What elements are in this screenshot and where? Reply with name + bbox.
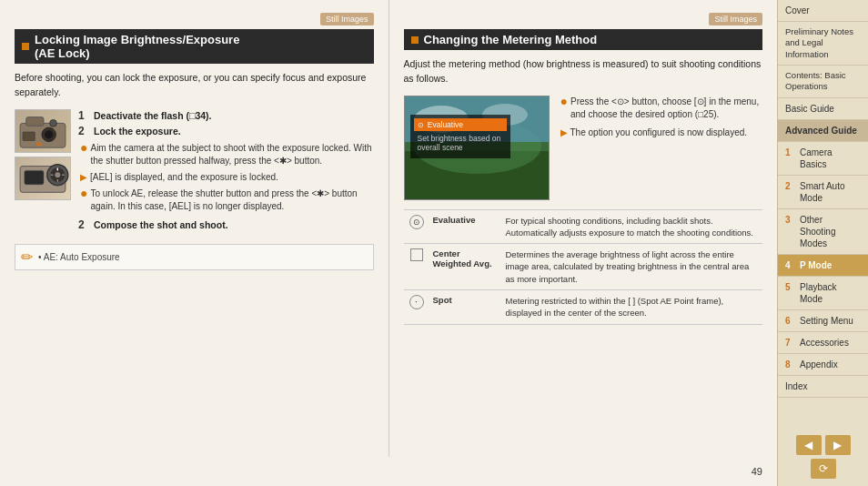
pencil-icon: ✏	[21, 248, 33, 266]
bullet-1: ● Aim the camera at the subject to shoot…	[80, 142, 374, 167]
step-2: 2 Lock the exposure.	[78, 125, 374, 138]
sidebar-item-index[interactable]: Index	[778, 376, 868, 398]
sidebar-item-setting-menu[interactable]: 6 Setting Menu	[778, 310, 868, 332]
menu-item-brightness: Set brightness based on overall scene	[414, 132, 507, 154]
sidebar-item-basic-guide[interactable]: Basic Guide	[778, 98, 868, 120]
right-column: Still Images Changing the Metering Metho…	[389, 0, 778, 457]
nav-prev-next-row: ◀ ▶	[796, 435, 851, 455]
left-column: Still Images Locking Image Brightness/Ex…	[0, 0, 389, 457]
table-row: CenterWeighted Avg. Determines the avera…	[404, 244, 763, 290]
metering-screenshot: ⊙ Evaluative Set brightness based on ove…	[404, 96, 550, 200]
metering-bullet-press: ● Press the <⊙> button, choose [⊙] in th…	[560, 96, 763, 121]
svg-rect-6	[36, 142, 42, 146]
table-row: · Spot Metering restricted to within the…	[404, 289, 763, 324]
svg-rect-15	[25, 170, 44, 184]
evaluative-icon: ⊙	[409, 215, 424, 229]
evaluative-icon-cell: ⊙	[404, 209, 429, 244]
sidebar-item-advanced-guide[interactable]: Advanced Guide	[778, 120, 868, 142]
camera-images	[15, 109, 71, 235]
svg-rect-3	[23, 131, 35, 140]
prev-button[interactable]: ◀	[796, 435, 822, 455]
home-button[interactable]: ⟳	[811, 459, 836, 479]
steps-content: 1 Deactivate the flash (□34). 2 Lock the…	[78, 109, 374, 235]
spot-desc: Metering restricted to within the [ ] (S…	[502, 289, 763, 324]
next-button[interactable]: ▶	[825, 435, 851, 455]
sidebar-item-contents[interactable]: Contents: Basic Operations	[778, 66, 868, 98]
evaluative-desc: For typical shooting conditions, includi…	[502, 209, 763, 244]
sidebar-item-cover[interactable]: Cover	[778, 0, 868, 22]
svg-point-10	[55, 172, 60, 177]
title-marker-icon-right	[411, 36, 419, 44]
center-icon-cell	[404, 244, 429, 290]
table-row: ⊙ Evaluative For typical shooting condit…	[404, 209, 763, 244]
right-sidebar: Cover Preliminary Notes and Legal Inform…	[777, 0, 868, 486]
camera-top-svg	[15, 110, 70, 152]
note-box: ✏ • AE: Auto Exposure	[15, 244, 374, 270]
sidebar-item-accessories[interactable]: 7 Accessories	[778, 332, 868, 354]
spot-label: Spot	[429, 289, 502, 324]
svg-rect-1	[26, 116, 44, 126]
metering-image-area: ⊙ Evaluative Set brightness based on ove…	[404, 96, 763, 200]
menu-item-evaluative: ⊙ Evaluative	[414, 118, 507, 131]
metering-table: ⊙ Evaluative For typical shooting condit…	[404, 209, 763, 325]
still-images-badge-right: Still Images	[404, 13, 763, 24]
svg-point-5	[45, 130, 54, 139]
center-label: CenterWeighted Avg.	[429, 244, 502, 290]
sidebar-item-p-mode[interactable]: 4 P Mode	[778, 255, 868, 277]
left-intro-text: Before shooting, you can lock the exposu…	[15, 71, 374, 100]
steps-area: 1 Deactivate the flash (□34). 2 Lock the…	[15, 109, 374, 235]
left-section-title: Locking Image Brightness/Exposure (AE Lo…	[15, 29, 374, 64]
spot-icon-cell: ·	[404, 289, 429, 324]
center-icon	[410, 248, 423, 261]
camera-menu-overlay: ⊙ Evaluative Set brightness based on ove…	[410, 115, 510, 158]
sidebar-item-other-shooting[interactable]: 3 Other Shooting Modes	[778, 209, 868, 255]
svg-point-2	[50, 119, 57, 127]
still-images-badge-left: Still Images	[15, 13, 374, 24]
page-footer: 49	[0, 457, 777, 486]
nav-buttons: ◀ ▶ ⟳	[778, 428, 868, 486]
right-section-title: Changing the Metering Method	[404, 29, 763, 50]
metering-text-area: ● Press the <⊙> button, choose [⊙] in th…	[560, 96, 763, 200]
bullet-list: ● Aim the camera at the subject to shoot…	[80, 142, 374, 213]
metering-bullet-result: ▶ The option you configured is now displ…	[560, 127, 763, 139]
sidebar-item-playback[interactable]: 5 Playback Mode	[778, 277, 868, 310]
step-1: 1 Deactivate the flash (□34).	[78, 109, 374, 123]
sidebar-item-smart-auto[interactable]: 2 Smart Auto Mode	[778, 176, 868, 209]
camera-top-image	[15, 109, 71, 153]
sidebar-nav: Cover Preliminary Notes and Legal Inform…	[778, 0, 868, 428]
camera-dial-svg	[15, 157, 70, 199]
sidebar-item-appendix[interactable]: 8 Appendix	[778, 354, 868, 376]
right-intro-text: Adjust the metering method (how brightne…	[404, 57, 763, 86]
sidebar-item-camera-basics[interactable]: 1 Camera Basics	[778, 142, 868, 176]
page-number: 49	[752, 466, 762, 477]
bullet-2: ● To unlock AE, release the shutter butt…	[80, 187, 374, 213]
evaluative-label: Evaluative	[429, 209, 502, 244]
title-marker-icon	[22, 43, 29, 50]
sidebar-item-prelim[interactable]: Preliminary Notes and Legal Information	[778, 22, 868, 66]
step-3: 2 Compose the shot and shoot.	[78, 218, 374, 232]
camera-dial-image	[15, 157, 71, 200]
spot-icon: ·	[409, 295, 424, 309]
main-content: Still Images Locking Image Brightness/Ex…	[0, 0, 777, 486]
arrow-1: ▶ [AEL] is displayed, and the exposure i…	[80, 171, 374, 184]
center-desc: Determines the average brightness of lig…	[502, 244, 763, 290]
